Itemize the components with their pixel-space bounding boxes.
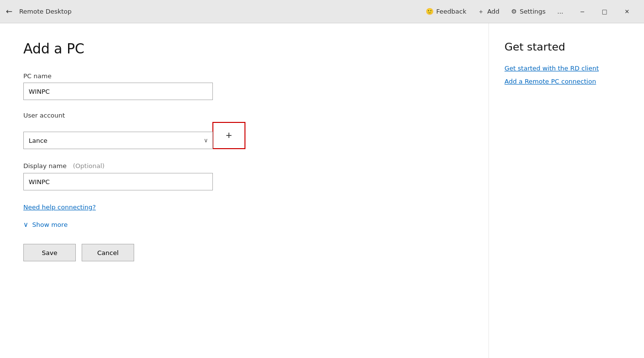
rd-client-link[interactable]: Get started with the RD client xyxy=(505,65,628,72)
more-icon: ... xyxy=(557,8,563,15)
settings-button[interactable]: ⚙ Settings xyxy=(511,8,546,15)
pc-name-label: PC name xyxy=(23,72,465,80)
add-label: Add xyxy=(487,8,499,15)
cancel-button[interactable]: Cancel xyxy=(82,244,134,261)
help-link[interactable]: Need help connecting? xyxy=(23,204,96,211)
sidebar-title: Get started xyxy=(505,41,628,53)
pc-name-input[interactable] xyxy=(23,83,213,100)
restore-button[interactable]: □ xyxy=(593,0,616,23)
more-button[interactable]: ... xyxy=(557,8,563,15)
add-icon: ＋ xyxy=(478,7,484,16)
add-user-button[interactable]: + xyxy=(212,122,245,149)
add-button[interactable]: ＋ Add xyxy=(478,7,499,16)
display-name-optional: (Optional) xyxy=(73,162,104,170)
save-button[interactable]: Save xyxy=(23,244,76,261)
feedback-label: Feedback xyxy=(436,8,467,15)
show-more-label: Show more xyxy=(32,221,68,228)
page-title: Add a PC xyxy=(23,41,465,57)
minimize-button[interactable]: − xyxy=(571,0,593,23)
app-title: Remote Desktop xyxy=(19,8,71,15)
titlebar: ← Remote Desktop 🙂 Feedback ＋ Add ⚙ Sett… xyxy=(0,0,644,23)
user-account-section: User account Lance Add User Account... ∨… xyxy=(23,112,465,149)
user-account-select[interactable]: Lance Add User Account... xyxy=(23,132,213,149)
remote-pc-link[interactable]: Add a Remote PC connection xyxy=(505,78,628,85)
feedback-button[interactable]: 🙂 Feedback xyxy=(426,8,467,15)
close-button[interactable]: ✕ xyxy=(616,0,638,23)
display-name-label: Display name (Optional) xyxy=(23,161,104,170)
display-name-group: Display name (Optional) xyxy=(23,161,465,190)
settings-label: Settings xyxy=(520,8,545,15)
display-name-input[interactable] xyxy=(23,173,213,190)
user-account-select-wrapper: Lance Add User Account... ∨ xyxy=(23,132,213,149)
chevron-down-icon: ∨ xyxy=(23,221,28,228)
main-content: Add a PC PC name User account Lance Add … xyxy=(0,23,644,358)
titlebar-controls: 🙂 Feedback ＋ Add ⚙ Settings ... xyxy=(426,7,563,16)
gear-icon: ⚙ xyxy=(511,8,517,15)
user-account-label: User account xyxy=(23,112,465,119)
show-more-toggle[interactable]: ∨ Show more xyxy=(23,221,465,228)
feedback-icon: 🙂 xyxy=(426,8,434,15)
form-area: Add a PC PC name User account Lance Add … xyxy=(0,23,488,358)
sidebar: Get started Get started with the RD clie… xyxy=(488,23,644,358)
back-button[interactable]: ← xyxy=(6,7,12,16)
titlebar-left: ← Remote Desktop xyxy=(6,7,426,16)
user-account-row: Lance Add User Account... ∨ + xyxy=(23,122,465,149)
window-controls: − □ ✕ xyxy=(571,0,638,23)
pc-name-group: PC name xyxy=(23,72,465,100)
button-row: Save Cancel xyxy=(23,244,465,261)
